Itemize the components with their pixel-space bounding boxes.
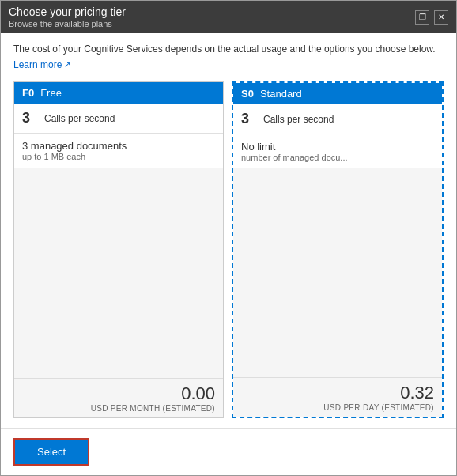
plan-s0-calls-num: 3 — [241, 111, 263, 127]
title-bar: Choose your pricing tier Browse the avai… — [1, 1, 456, 33]
plan-card-f0[interactable]: F0 Free 3 Calls per second 3 managed doc… — [13, 81, 224, 418]
restore-button[interactable]: ❐ — [415, 10, 429, 25]
plan-s0-price-unit: USD PER DAY (ESTIMATED) — [241, 403, 434, 412]
description-text: The cost of your Cognitive Services depe… — [13, 43, 444, 56]
plan-f0-calls-num: 3 — [22, 110, 44, 127]
plans-container: F0 Free 3 Calls per second 3 managed doc… — [13, 81, 444, 418]
learn-more-link[interactable]: Learn more ↗ — [13, 59, 444, 70]
plan-f0-detail-sub: up to 1 MB each — [22, 152, 215, 161]
plan-f0-calls-label: Calls per second — [44, 110, 115, 124]
plan-card-s0[interactable]: S0 Standard 3 Calls per second No limit … — [232, 81, 444, 418]
plan-s0-body: 3 Calls per second No limit number of ma… — [233, 104, 442, 377]
plan-f0-footer: 0.00 USD PER MONTH (ESTIMATED) — [14, 378, 223, 417]
plan-s0-calls-label: Calls per second — [263, 111, 334, 125]
plan-f0-detail-main: 3 managed documents — [22, 140, 215, 152]
title-bar-controls: ❐ ✕ — [415, 10, 448, 25]
plan-f0-name: Free — [40, 87, 62, 99]
plan-f0-price: 0.00 — [22, 383, 215, 404]
plan-s0-footer: 0.32 USD PER DAY (ESTIMATED) — [233, 377, 442, 417]
plan-s0-detail-main: No limit — [241, 141, 434, 153]
plan-f0-body: 3 Calls per second 3 managed documents u… — [14, 104, 223, 378]
dialog-footer: Select — [1, 428, 456, 475]
main-content: The cost of your Cognitive Services depe… — [1, 33, 456, 428]
close-button[interactable]: ✕ — [434, 10, 448, 25]
plan-f0-detail: 3 managed documents up to 1 MB each — [14, 134, 223, 168]
plan-f0-id: F0 — [22, 87, 34, 99]
title-bar-left: Choose your pricing tier Browse the avai… — [9, 6, 126, 28]
learn-more-label: Learn more — [13, 59, 62, 70]
plan-f0-price-unit: USD PER MONTH (ESTIMATED) — [22, 404, 215, 413]
plan-f0-header: F0 Free — [14, 82, 223, 104]
plan-s0-calls-row: 3 Calls per second — [233, 104, 442, 134]
plan-s0-detail: No limit number of managed docu... — [233, 134, 442, 168]
external-link-icon: ↗ — [64, 60, 70, 69]
plan-s0-detail-sub: number of managed docu... — [241, 153, 434, 162]
plan-s0-header: S0 Standard — [233, 83, 442, 104]
select-button[interactable]: Select — [13, 438, 89, 466]
plan-s0-id: S0 — [241, 88, 254, 100]
plan-f0-calls-row: 3 Calls per second — [14, 104, 223, 134]
dialog-title: Choose your pricing tier — [9, 6, 126, 18]
dialog: Choose your pricing tier Browse the avai… — [0, 0, 457, 476]
plan-s0-price: 0.32 — [241, 383, 434, 403]
dialog-subtitle: Browse the available plans — [9, 19, 126, 28]
plan-s0-name: Standard — [260, 88, 302, 100]
